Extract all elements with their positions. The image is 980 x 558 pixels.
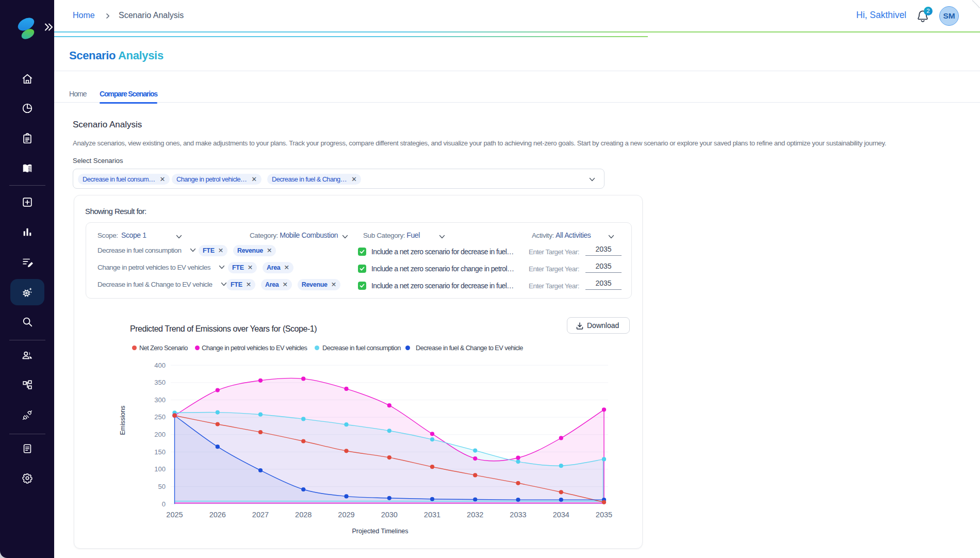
svg-text:250: 250 — [154, 413, 166, 421]
svg-text:150: 150 — [154, 448, 166, 456]
svg-text:2026: 2026 — [209, 511, 226, 519]
svg-text:50: 50 — [158, 483, 166, 490]
svg-text:2033: 2033 — [510, 511, 526, 519]
svg-text:2035: 2035 — [596, 511, 612, 519]
svg-text:2031: 2031 — [424, 511, 440, 519]
svg-text:2027: 2027 — [252, 511, 269, 519]
svg-text:2032: 2032 — [467, 511, 483, 519]
svg-text:400: 400 — [154, 362, 166, 369]
svg-text:Emissions: Emissions — [119, 406, 126, 435]
svg-text:350: 350 — [154, 379, 166, 386]
svg-text:2034: 2034 — [553, 511, 569, 519]
svg-text:0: 0 — [162, 500, 166, 508]
svg-text:2029: 2029 — [338, 511, 354, 519]
svg-text:Projected Timelines: Projected Timelines — [352, 528, 408, 535]
svg-text:2030: 2030 — [381, 511, 398, 519]
svg-text:2025: 2025 — [166, 511, 183, 519]
svg-text:300: 300 — [154, 396, 166, 404]
svg-text:100: 100 — [154, 465, 166, 473]
svg-text:2028: 2028 — [295, 511, 312, 519]
svg-text:200: 200 — [154, 431, 166, 438]
